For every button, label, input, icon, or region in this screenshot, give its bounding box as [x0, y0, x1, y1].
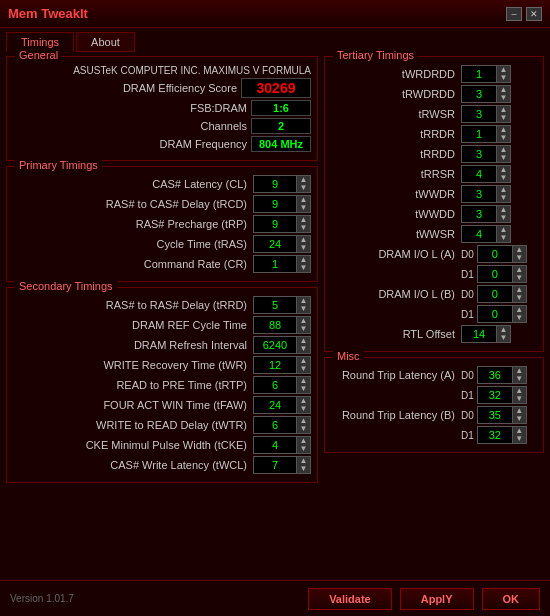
- twrdrdd-spin-btn[interactable]: ▲▼: [497, 65, 511, 83]
- twwdr-spin-btn[interactable]: ▲▼: [497, 185, 511, 203]
- trcd-spin-btn[interactable]: ▲▼: [297, 195, 311, 213]
- cl-label: CAS# Latency (CL): [13, 178, 253, 190]
- dram-io-b-d0-row: DRAM I/O L (B) D0 ▲▼: [331, 285, 537, 303]
- dram-io-a-d0-spin-btn[interactable]: ▲▼: [513, 245, 527, 263]
- rtl-offset-spin-btn[interactable]: ▲▼: [497, 325, 511, 343]
- general-group: General ASUSTeK COMPUTER INC. MAXIMUS V …: [6, 56, 318, 161]
- refresh-spin-btn[interactable]: ▲▼: [297, 336, 311, 354]
- trwsr-input[interactable]: [461, 105, 497, 123]
- rtl-b-d1-spinner: ▲▼: [477, 426, 527, 444]
- twtr-spin-btn[interactable]: ▲▼: [297, 416, 311, 434]
- validate-button[interactable]: Validate: [308, 588, 392, 610]
- version-label: Version 1.01.7: [10, 593, 74, 604]
- cr-spinner: 1 ▲▼: [253, 255, 311, 273]
- tfaw-spinner: ▲▼: [253, 396, 311, 414]
- trrd-input[interactable]: [253, 296, 297, 314]
- table-row: RAS# Precharge (tRP) 9 ▲▼: [13, 215, 311, 233]
- apply-button[interactable]: ApplY: [400, 588, 474, 610]
- twtr-input[interactable]: [253, 416, 297, 434]
- rtl-offset-input[interactable]: [461, 325, 497, 343]
- dram-io-b-d0-input[interactable]: [477, 285, 513, 303]
- cr-spin-btn[interactable]: ▲▼: [297, 255, 311, 273]
- ref-input[interactable]: [253, 316, 297, 334]
- trtp-input[interactable]: [253, 376, 297, 394]
- twcl-input[interactable]: [253, 456, 297, 474]
- rtl-a-d1-spin-btn[interactable]: ▲▼: [513, 386, 527, 404]
- bottom-bar: Version 1.01.7 Validate ApplY OK: [0, 580, 550, 616]
- trrd-label: RAS# to RAS# Delay (tRRD): [13, 299, 253, 311]
- twr-input[interactable]: [253, 356, 297, 374]
- cl-input[interactable]: 9: [253, 175, 297, 193]
- fsb-value: 1:6: [251, 100, 311, 116]
- refresh-input[interactable]: [253, 336, 297, 354]
- left-panel: General ASUSTeK COMPUTER INC. MAXIMUS V …: [6, 56, 318, 483]
- twcl-spin-btn[interactable]: ▲▼: [297, 456, 311, 474]
- rtl-offset-label: RTL Offset: [331, 328, 461, 340]
- rtl-b-d1-spin-btn[interactable]: ▲▼: [513, 426, 527, 444]
- trwdrdd-label: tRWDRDD: [331, 88, 461, 100]
- close-button[interactable]: ✕: [526, 7, 542, 21]
- trrsr-spin-btn[interactable]: ▲▼: [497, 165, 511, 183]
- trtp-spin-btn[interactable]: ▲▼: [297, 376, 311, 394]
- trcd-input[interactable]: 9: [253, 195, 297, 213]
- tfaw-input[interactable]: [253, 396, 297, 414]
- rtl-b-d1-input[interactable]: [477, 426, 513, 444]
- twr-spin-btn[interactable]: ▲▼: [297, 356, 311, 374]
- dram-io-a-d0-label: D0: [461, 249, 477, 260]
- dram-io-a-d1-input[interactable]: [477, 265, 513, 283]
- tras-input[interactable]: 24: [253, 235, 297, 253]
- trp-spinner: 9 ▲▼: [253, 215, 311, 233]
- twrdrdd-input[interactable]: [461, 65, 497, 83]
- trrsr-spinner: ▲▼: [461, 165, 511, 183]
- trwsr-spinner: ▲▼: [461, 105, 511, 123]
- trwdrdd-input[interactable]: [461, 85, 497, 103]
- primary-rows: CAS# Latency (CL) 9 ▲▼ RAS# to CAS# Dela…: [13, 175, 311, 273]
- twwsr-input[interactable]: [461, 225, 497, 243]
- minimize-button[interactable]: –: [506, 7, 522, 21]
- table-row: tWWDR ▲▼: [331, 185, 537, 203]
- dram-io-a-d0-input[interactable]: [477, 245, 513, 263]
- rtl-b-d0-input[interactable]: [477, 406, 513, 424]
- rtl-a-d0-input[interactable]: [477, 366, 513, 384]
- ref-spin-btn[interactable]: ▲▼: [297, 316, 311, 334]
- tab-about[interactable]: About: [76, 32, 135, 52]
- tcke-input[interactable]: [253, 436, 297, 454]
- trp-spin-btn[interactable]: ▲▼: [297, 215, 311, 233]
- twtr-spinner: ▲▼: [253, 416, 311, 434]
- trcd-spinner: 9 ▲▼: [253, 195, 311, 213]
- rtl-b-d0-spin-btn[interactable]: ▲▼: [513, 406, 527, 424]
- twwdr-input[interactable]: [461, 185, 497, 203]
- rtl-a-d0-label: D0: [461, 370, 477, 381]
- trrd-spin-btn[interactable]: ▲▼: [297, 296, 311, 314]
- twwdd-spin-btn[interactable]: ▲▼: [497, 205, 511, 223]
- trwdrdd-spin-btn[interactable]: ▲▼: [497, 85, 511, 103]
- twwdr-spinner: ▲▼: [461, 185, 511, 203]
- tfaw-spin-btn[interactable]: ▲▼: [297, 396, 311, 414]
- dram-io-b-d1-spin-btn[interactable]: ▲▼: [513, 305, 527, 323]
- tcke-spin-btn[interactable]: ▲▼: [297, 436, 311, 454]
- cr-input[interactable]: 1: [253, 255, 297, 273]
- twwdd-input[interactable]: [461, 205, 497, 223]
- fsb-label: FSB:DRAM: [13, 102, 247, 114]
- dram-io-a-d1-spinner: ▲▼: [477, 265, 527, 283]
- table-row: tRRDR ▲▼: [331, 125, 537, 143]
- trrdr-input[interactable]: [461, 125, 497, 143]
- twwsr-spin-btn[interactable]: ▲▼: [497, 225, 511, 243]
- trrdd-spin-btn[interactable]: ▲▼: [497, 145, 511, 163]
- trrdr-spin-btn[interactable]: ▲▼: [497, 125, 511, 143]
- trrdr-spinner: ▲▼: [461, 125, 511, 143]
- trrsr-input[interactable]: [461, 165, 497, 183]
- rtl-a-d1-input[interactable]: [477, 386, 513, 404]
- dram-io-b-d1-input[interactable]: [477, 305, 513, 323]
- ok-button[interactable]: OK: [482, 588, 541, 610]
- tras-spin-btn[interactable]: ▲▼: [297, 235, 311, 253]
- rtl-b-d0-row: Round Trip Latency (B) D0 ▲▼: [331, 406, 537, 424]
- table-row: tWWDD ▲▼: [331, 205, 537, 223]
- dram-io-b-d0-spin-btn[interactable]: ▲▼: [513, 285, 527, 303]
- dram-io-a-d1-spin-btn[interactable]: ▲▼: [513, 265, 527, 283]
- trwsr-spin-btn[interactable]: ▲▼: [497, 105, 511, 123]
- trrdd-input[interactable]: [461, 145, 497, 163]
- rtl-a-d0-spin-btn[interactable]: ▲▼: [513, 366, 527, 384]
- trp-input[interactable]: 9: [253, 215, 297, 233]
- cl-spin-btn[interactable]: ▲▼: [297, 175, 311, 193]
